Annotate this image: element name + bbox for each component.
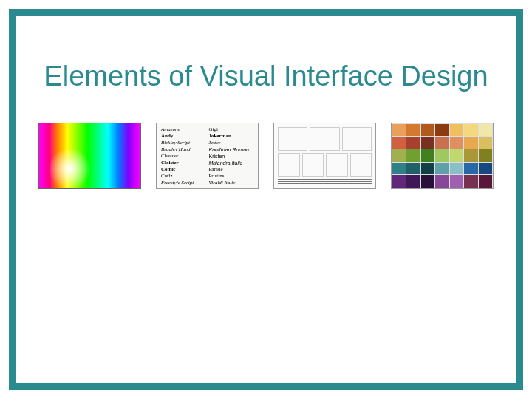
font-sample: Kauffman Roman — [208, 146, 253, 153]
color-tile — [479, 175, 492, 187]
thumbnail-row: Amazone Gigi Andy Jokerman Bickley Scrip… — [16, 123, 516, 189]
color-tile — [464, 124, 477, 136]
color-tile — [450, 175, 463, 187]
color-tile — [435, 137, 449, 149]
color-tile — [479, 163, 492, 174]
color-tile — [479, 137, 492, 149]
color-tile — [392, 124, 406, 136]
color-tile — [421, 149, 434, 161]
font-sample: Jester — [208, 140, 253, 146]
color-tile — [464, 149, 477, 161]
font-sample: Parade — [208, 166, 253, 173]
font-sample: Andy — [161, 133, 206, 140]
color-tile — [406, 175, 420, 187]
color-tile — [406, 149, 420, 161]
font-sample: Curlz — [161, 173, 206, 180]
color-tile — [421, 137, 434, 149]
font-sample: Kristen — [208, 153, 253, 160]
doc-row — [278, 153, 372, 177]
color-tile — [392, 149, 406, 161]
color-tile — [435, 175, 449, 187]
color-tile — [435, 149, 449, 161]
color-tile — [450, 149, 463, 161]
doc-column — [278, 127, 307, 151]
color-tile — [464, 175, 477, 187]
thumbnail-fonts: Amazone Gigi Andy Jokerman Bickley Scrip… — [156, 123, 259, 189]
doc-column — [326, 153, 348, 177]
slide-frame: Elements of Visual Interface Design Amaz… — [9, 9, 523, 390]
doc-column — [342, 127, 372, 151]
color-tile — [406, 163, 420, 174]
font-sample: Maiandra Italic — [208, 160, 253, 166]
font-sample: Freestyle Script — [161, 180, 206, 186]
font-sample: Bickley Script — [161, 140, 206, 146]
color-tile — [464, 137, 477, 149]
thumbnail-layout — [273, 123, 376, 189]
doc-column — [310, 127, 339, 151]
font-sample: Pristins — [208, 173, 253, 180]
color-tile — [435, 163, 449, 174]
doc-column — [302, 153, 324, 177]
color-tile — [406, 137, 420, 149]
slide-title: Elements of Visual Interface Design — [16, 61, 516, 93]
color-tile — [406, 124, 420, 136]
color-tile — [479, 124, 492, 136]
font-sample: Viraldi Italic — [208, 180, 253, 186]
doc-column — [278, 153, 300, 177]
color-tile — [392, 175, 406, 187]
color-tile — [421, 163, 434, 174]
color-tile — [421, 175, 434, 187]
color-tile — [421, 124, 434, 136]
color-tile — [392, 137, 406, 149]
color-tile — [450, 163, 463, 174]
color-tile — [479, 149, 492, 161]
font-sample: Chaucer — [161, 153, 206, 160]
doc-row — [278, 127, 372, 151]
font-sample: Bradley Hand — [161, 146, 206, 153]
color-tile — [450, 124, 463, 136]
font-sample: Comic — [161, 166, 206, 173]
font-sample: Jokerman — [208, 133, 253, 140]
doc-column — [350, 153, 372, 177]
color-tile — [450, 137, 463, 149]
thumbnail-tiles — [391, 123, 494, 189]
font-sample: Cloister — [161, 160, 206, 166]
thumbnail-color-gradient — [38, 123, 141, 189]
font-sample: Gigi — [208, 126, 253, 133]
doc-caption — [278, 179, 372, 185]
font-sample: Amazone — [161, 126, 206, 133]
color-tile — [464, 163, 477, 174]
color-tile — [392, 163, 406, 174]
color-tile — [435, 124, 449, 136]
